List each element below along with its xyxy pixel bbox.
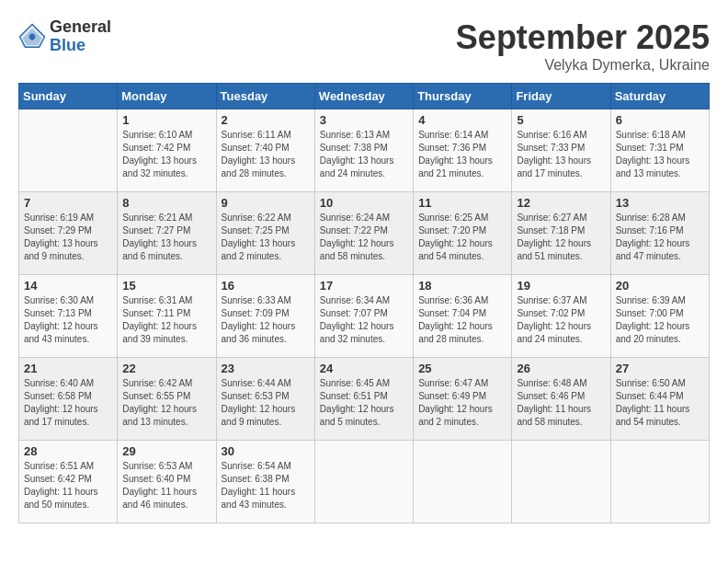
calendar-day-cell: 28 Sunrise: 6:51 AMSunset: 6:42 PMDaylig… (19, 441, 118, 523)
day-number: 19 (517, 279, 605, 293)
calendar-day-cell: 29 Sunrise: 6:53 AMSunset: 6:40 PMDaylig… (118, 441, 216, 523)
calendar-day-cell: 24 Sunrise: 6:45 AMSunset: 6:51 PMDaylig… (314, 358, 413, 441)
day-number: 1 (122, 113, 210, 127)
calendar-day-cell: 20 Sunrise: 6:39 AMSunset: 7:00 PMDaylig… (610, 275, 709, 358)
calendar-day-header: Thursday (414, 84, 512, 109)
calendar-day-cell: 21 Sunrise: 6:40 AMSunset: 6:58 PMDaylig… (19, 358, 118, 441)
day-number: 5 (517, 113, 605, 127)
day-number: 4 (418, 113, 506, 127)
day-number: 17 (320, 279, 408, 293)
day-number: 9 (222, 196, 310, 210)
calendar-day-cell: 19 Sunrise: 6:37 AMSunset: 7:02 PMDaylig… (512, 275, 610, 358)
logo-text: General Blue (50, 18, 111, 55)
logo: General Blue (18, 18, 111, 55)
calendar-day-cell: 25 Sunrise: 6:47 AMSunset: 6:49 PMDaylig… (414, 358, 512, 441)
calendar-day-cell: 27 Sunrise: 6:50 AMSunset: 6:44 PMDaylig… (610, 358, 709, 441)
calendar-day-cell: 6 Sunrise: 6:18 AMSunset: 7:31 PMDayligh… (610, 109, 709, 192)
calendar-day-header: Saturday (610, 84, 709, 109)
day-detail: Sunrise: 6:40 AMSunset: 6:58 PMDaylight:… (24, 377, 112, 429)
day-detail: Sunrise: 6:36 AMSunset: 7:04 PMDaylight:… (418, 294, 506, 346)
day-detail: Sunrise: 6:33 AMSunset: 7:09 PMDaylight:… (222, 294, 310, 346)
day-number: 26 (517, 362, 605, 375)
day-detail: Sunrise: 6:39 AMSunset: 7:00 PMDaylight:… (616, 294, 704, 346)
day-number: 16 (222, 279, 310, 293)
day-number: 6 (616, 113, 704, 127)
calendar-day-cell: 10 Sunrise: 6:24 AMSunset: 7:22 PMDaylig… (314, 192, 413, 275)
day-number: 15 (122, 279, 210, 293)
logo-icon (18, 23, 46, 51)
calendar-day-cell: 15 Sunrise: 6:31 AMSunset: 7:11 PMDaylig… (118, 275, 216, 358)
day-detail: Sunrise: 6:28 AMSunset: 7:16 PMDaylight:… (616, 212, 704, 263)
calendar-day-cell: 22 Sunrise: 6:42 AMSunset: 6:55 PMDaylig… (118, 358, 216, 441)
calendar-day-cell: 23 Sunrise: 6:44 AMSunset: 6:53 PMDaylig… (216, 358, 314, 441)
calendar-day-cell: 14 Sunrise: 6:30 AMSunset: 7:13 PMDaylig… (19, 275, 118, 358)
calendar-day-cell: 16 Sunrise: 6:33 AMSunset: 7:09 PMDaylig… (216, 275, 314, 358)
day-number: 22 (122, 362, 210, 375)
logo-general-text: General (50, 18, 111, 37)
calendar-day-cell (19, 109, 118, 192)
day-detail: Sunrise: 6:14 AMSunset: 7:36 PMDaylight:… (418, 129, 506, 180)
day-detail: Sunrise: 6:16 AMSunset: 7:33 PMDaylight:… (517, 129, 605, 180)
day-detail: Sunrise: 6:51 AMSunset: 6:42 PMDaylight:… (24, 460, 112, 511)
calendar-day-cell: 3 Sunrise: 6:13 AMSunset: 7:38 PMDayligh… (314, 109, 413, 192)
calendar-day-cell: 13 Sunrise: 6:28 AMSunset: 7:16 PMDaylig… (610, 192, 709, 275)
calendar-day-cell: 1 Sunrise: 6:10 AMSunset: 7:42 PMDayligh… (118, 109, 216, 192)
calendar-day-cell: 7 Sunrise: 6:19 AMSunset: 7:29 PMDayligh… (19, 192, 118, 275)
calendar-day-cell (512, 441, 610, 523)
day-number: 29 (122, 444, 210, 458)
calendar-day-cell: 30 Sunrise: 6:54 AMSunset: 6:38 PMDaylig… (216, 441, 314, 523)
day-number: 24 (320, 362, 408, 375)
calendar-day-cell: 17 Sunrise: 6:34 AMSunset: 7:07 PMDaylig… (314, 275, 413, 358)
day-detail: Sunrise: 6:11 AMSunset: 7:40 PMDaylight:… (222, 129, 310, 180)
calendar-day-header: Monday (118, 84, 216, 109)
day-detail: Sunrise: 6:48 AMSunset: 6:46 PMDaylight:… (517, 377, 605, 429)
calendar-day-cell: 5 Sunrise: 6:16 AMSunset: 7:33 PMDayligh… (512, 109, 610, 192)
calendar-day-cell: 2 Sunrise: 6:11 AMSunset: 7:40 PMDayligh… (216, 109, 314, 192)
day-detail: Sunrise: 6:31 AMSunset: 7:11 PMDaylight:… (122, 294, 210, 346)
day-detail: Sunrise: 6:34 AMSunset: 7:07 PMDaylight:… (320, 294, 408, 346)
day-number: 23 (222, 362, 310, 375)
day-number: 13 (616, 196, 704, 210)
title-block: September 2025 Velyka Dymerka, Ukraine (456, 18, 710, 74)
month-title: September 2025 (456, 18, 710, 57)
calendar-day-header: Tuesday (216, 84, 314, 109)
calendar-day-cell (314, 441, 413, 523)
day-detail: Sunrise: 6:47 AMSunset: 6:49 PMDaylight:… (418, 377, 506, 429)
day-detail: Sunrise: 6:37 AMSunset: 7:02 PMDaylight:… (517, 294, 605, 346)
day-detail: Sunrise: 6:25 AMSunset: 7:20 PMDaylight:… (418, 212, 506, 263)
calendar-header-row: SundayMondayTuesdayWednesdayThursdayFrid… (19, 84, 710, 109)
calendar-week-row: 28 Sunrise: 6:51 AMSunset: 6:42 PMDaylig… (19, 441, 710, 523)
calendar-day-cell: 12 Sunrise: 6:27 AMSunset: 7:18 PMDaylig… (512, 192, 610, 275)
calendar-day-cell: 11 Sunrise: 6:25 AMSunset: 7:20 PMDaylig… (414, 192, 512, 275)
calendar-day-header: Sunday (19, 84, 118, 109)
calendar-week-row: 1 Sunrise: 6:10 AMSunset: 7:42 PMDayligh… (19, 109, 710, 192)
day-detail: Sunrise: 6:22 AMSunset: 7:25 PMDaylight:… (222, 212, 310, 263)
day-number: 7 (24, 196, 112, 210)
day-detail: Sunrise: 6:18 AMSunset: 7:31 PMDaylight:… (616, 129, 704, 180)
day-number: 12 (517, 196, 605, 210)
calendar-day-header: Friday (512, 84, 610, 109)
day-detail: Sunrise: 6:45 AMSunset: 6:51 PMDaylight:… (320, 377, 408, 429)
logo-blue-text: Blue (50, 37, 111, 55)
day-number: 27 (616, 362, 704, 375)
calendar-day-cell: 9 Sunrise: 6:22 AMSunset: 7:25 PMDayligh… (216, 192, 314, 275)
calendar-week-row: 21 Sunrise: 6:40 AMSunset: 6:58 PMDaylig… (19, 358, 710, 441)
calendar-day-cell (610, 441, 709, 523)
day-number: 30 (222, 444, 310, 458)
day-number: 8 (122, 196, 210, 210)
calendar-day-cell: 18 Sunrise: 6:36 AMSunset: 7:04 PMDaylig… (414, 275, 512, 358)
calendar-week-row: 7 Sunrise: 6:19 AMSunset: 7:29 PMDayligh… (19, 192, 710, 275)
calendar-day-cell (414, 441, 512, 523)
calendar-day-cell: 8 Sunrise: 6:21 AMSunset: 7:27 PMDayligh… (118, 192, 216, 275)
calendar-day-cell: 26 Sunrise: 6:48 AMSunset: 6:46 PMDaylig… (512, 358, 610, 441)
day-detail: Sunrise: 6:24 AMSunset: 7:22 PMDaylight:… (320, 212, 408, 263)
day-number: 20 (616, 279, 704, 293)
day-number: 3 (320, 113, 408, 127)
calendar-day-header: Wednesday (314, 84, 413, 109)
calendar-table: SundayMondayTuesdayWednesdayThursdayFrid… (18, 83, 710, 523)
day-detail: Sunrise: 6:54 AMSunset: 6:38 PMDaylight:… (222, 460, 310, 511)
day-number: 14 (24, 279, 112, 293)
day-detail: Sunrise: 6:27 AMSunset: 7:18 PMDaylight:… (517, 212, 605, 263)
day-detail: Sunrise: 6:53 AMSunset: 6:40 PMDaylight:… (122, 460, 210, 511)
day-detail: Sunrise: 6:44 AMSunset: 6:53 PMDaylight:… (222, 377, 310, 429)
